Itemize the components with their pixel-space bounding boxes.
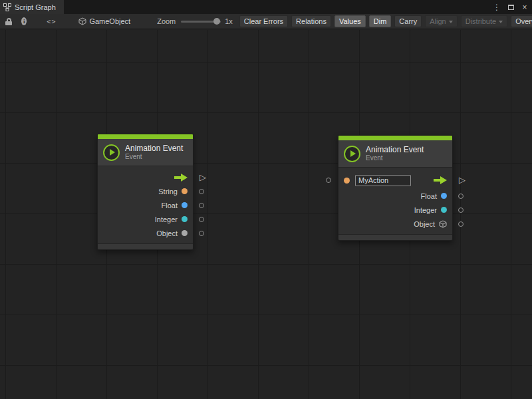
node-subtitle: Event — [125, 153, 183, 161]
port-label-object: Object — [156, 229, 178, 237]
node-footer — [98, 243, 193, 249]
carry-button[interactable]: Carry — [394, 15, 422, 27]
string-port-dot — [182, 188, 188, 194]
node-accent-bar — [98, 134, 193, 139]
object-cube-icon — [439, 220, 447, 228]
maximize-icon — [508, 5, 514, 10]
tab-title: Script Graph — [15, 3, 56, 11]
flow-output-port[interactable]: ▷ — [459, 176, 466, 184]
node-title: Animation Event — [366, 145, 424, 154]
flow-arrow-icon — [174, 174, 188, 182]
node-subtitle: Event — [366, 154, 424, 162]
gameobject-reference[interactable]: GameObject — [78, 17, 130, 25]
integer-port-dot — [182, 216, 188, 222]
gameobject-icon — [78, 17, 86, 25]
zoom-label: Zoom — [157, 17, 176, 25]
dim-button[interactable]: Dim — [369, 15, 392, 27]
string-output-port[interactable] — [199, 189, 204, 194]
chevron-down-icon — [449, 21, 453, 23]
object-output-port[interactable] — [458, 221, 464, 227]
flow-arrow-icon — [434, 176, 447, 184]
relations-button[interactable]: Relations — [291, 15, 331, 27]
port-label-float: Float — [421, 192, 437, 200]
port-row-object: Object — [98, 226, 193, 240]
integer-output-port[interactable] — [199, 217, 204, 222]
flow-output-port[interactable]: ▷ — [200, 172, 206, 181]
info-icon[interactable]: i — [21, 17, 27, 25]
distribute-button: Distribute — [461, 15, 507, 27]
port-row-object: Object — [338, 217, 452, 231]
port-row-float: Float — [98, 198, 193, 212]
chevron-down-icon — [499, 21, 503, 23]
object-port-dot — [182, 230, 188, 236]
action-name-row: ▷ — [338, 172, 452, 189]
port-label-integer: Integer — [155, 215, 178, 223]
node-footer — [338, 234, 452, 240]
node-animation-event-1[interactable]: Animation Event Event ▷ String Float — [97, 134, 194, 250]
zoom-value: 1x — [225, 17, 233, 25]
port-label-integer: Integer — [414, 206, 437, 214]
event-play-icon — [103, 144, 120, 161]
titlebar: Script Graph ⋮ × — [0, 0, 532, 14]
node-body: ▷ String Float Integer — [98, 166, 193, 243]
object-output-port[interactable] — [199, 231, 204, 236]
float-output-port[interactable] — [199, 203, 204, 208]
graph-canvas[interactable]: Animation Event Event ▷ String Float — [0, 30, 532, 399]
name-input-port[interactable] — [326, 178, 331, 183]
window-controls: ⋮ × — [492, 0, 529, 14]
graph-toolbar: i <> GameObject Zoom 1x Clear Errors Rel… — [0, 14, 532, 29]
zoom-slider-knob[interactable] — [213, 18, 220, 25]
integer-output-port[interactable] — [458, 207, 464, 213]
clear-errors-button[interactable]: Clear Errors — [239, 15, 288, 27]
node-accent-bar — [338, 136, 452, 140]
float-port-dot — [441, 193, 447, 199]
node-header[interactable]: Animation Event Event — [98, 139, 193, 166]
node-title: Animation Event — [125, 144, 183, 153]
port-row-integer: Integer — [338, 203, 452, 217]
tab-script-graph[interactable]: Script Graph — [0, 0, 64, 14]
node-header[interactable]: Animation Event Event — [338, 140, 452, 168]
integer-port-dot — [441, 207, 447, 213]
overview-button[interactable]: Overview — [511, 15, 532, 27]
lock-icon[interactable] — [5, 18, 12, 25]
script-graph-window: Script Graph ⋮ × i <> GameObject Zoom 1x — [0, 0, 532, 399]
flow-output-row: ▷ — [98, 170, 193, 184]
action-name-input[interactable] — [355, 175, 411, 186]
port-label-string: String — [158, 188, 178, 196]
window-menu-button[interactable]: ⋮ — [492, 2, 501, 13]
gameobject-label: GameObject — [89, 17, 130, 25]
node-animation-event-2[interactable]: Animation Event Event ▷ Float — [338, 135, 453, 241]
port-label-object: Object — [414, 220, 435, 228]
port-label-float: Float — [162, 201, 178, 209]
script-graph-icon — [3, 3, 11, 11]
align-button: Align — [425, 15, 457, 27]
port-row-integer: Integer — [98, 212, 193, 226]
port-row-float: Float — [338, 189, 452, 203]
float-port-dot — [182, 202, 188, 208]
float-output-port[interactable] — [458, 194, 464, 199]
node-body: ▷ Float Integer Object — [338, 168, 452, 234]
close-button[interactable]: × — [520, 2, 529, 13]
maximize-button[interactable] — [506, 2, 515, 13]
port-row-string: String — [98, 184, 193, 198]
event-play-icon — [344, 146, 360, 162]
values-button[interactable]: Values — [334, 15, 366, 27]
zoom-slider[interactable] — [181, 18, 221, 25]
code-view-icon[interactable]: <> — [47, 18, 56, 25]
string-port-dot — [344, 178, 350, 184]
